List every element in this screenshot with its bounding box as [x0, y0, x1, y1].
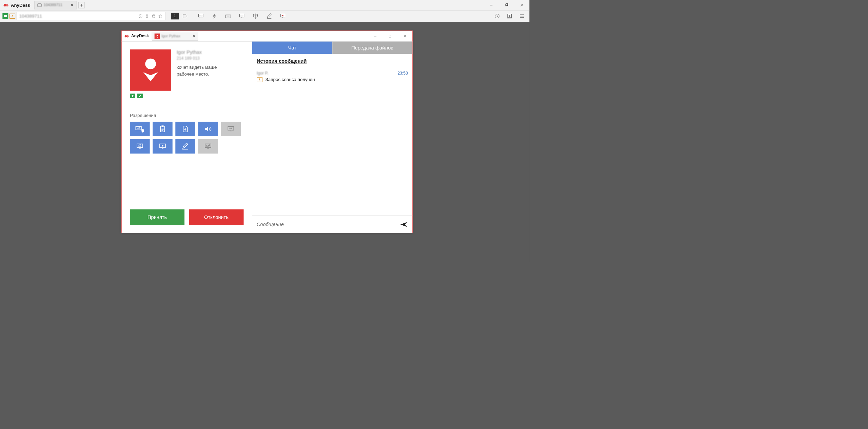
- request-text-line1: хочет видеть Ваше: [177, 64, 244, 70]
- svg-rect-28: [161, 125, 163, 127]
- svg-rect-2: [4, 15, 7, 17]
- svg-point-15: [282, 15, 283, 16]
- perm-privacy[interactable]: [198, 139, 218, 154]
- send-button[interactable]: [400, 220, 408, 228]
- dialog-minimize-button[interactable]: [368, 31, 383, 42]
- display-icon[interactable]: [239, 13, 245, 19]
- session-tab[interactable]: 104389711 ✕: [34, 1, 77, 9]
- database-icon[interactable]: [151, 14, 156, 19]
- app-name: AnyDesk: [11, 2, 30, 8]
- record-icon[interactable]: [280, 13, 286, 19]
- anydesk-logo-icon: [124, 33, 130, 39]
- svg-point-10: [228, 16, 229, 16]
- dialog-maximize-button[interactable]: [383, 31, 398, 42]
- window-controls: [484, 0, 529, 10]
- star-icon[interactable]: [158, 14, 163, 19]
- history-icon[interactable]: [494, 13, 500, 19]
- svg-point-22: [137, 127, 137, 128]
- main-window: AnyDesk 104389711 ✕ 104389711: [0, 0, 530, 262]
- svg-point-20: [145, 59, 156, 69]
- perm-vpn[interactable]: [221, 122, 241, 136]
- chat-history-title: История сообщений: [257, 58, 408, 64]
- svg-point-9: [227, 16, 228, 16]
- permissions-grid: [130, 122, 244, 154]
- dialog-titlebar: AnyDesk Igor Pythax ✕: [122, 31, 413, 42]
- svg-point-24: [139, 127, 140, 128]
- session-counter[interactable]: 1: [171, 13, 179, 20]
- connection-request-dialog: AnyDesk Igor Pythax ✕: [121, 30, 413, 233]
- connection-verified-icon: [137, 94, 143, 98]
- close-tab-icon[interactable]: ✕: [71, 3, 74, 7]
- svg-rect-30: [137, 144, 143, 148]
- request-text-line2: рабочее место.: [177, 70, 244, 77]
- decline-button[interactable]: Отклонить: [189, 209, 244, 225]
- titlebar: AnyDesk 104389711 ✕: [0, 0, 530, 11]
- address-text: 104389711: [19, 14, 42, 19]
- chat-message-text: Запрос сеанса получен: [265, 77, 315, 82]
- svg-point-33: [162, 145, 163, 147]
- svg-rect-25: [137, 128, 140, 129]
- perm-record[interactable]: [153, 139, 173, 154]
- minimize-button[interactable]: [484, 0, 499, 10]
- download-icon[interactable]: [506, 13, 512, 19]
- pen-icon[interactable]: [266, 13, 272, 19]
- session-badge-icon: [9, 14, 15, 19]
- chat-icon[interactable]: [198, 13, 204, 19]
- chat-panel: Чат Передача файлов История сообщений Ig…: [252, 42, 412, 233]
- session-request-icon: [257, 77, 262, 82]
- svg-rect-6: [199, 14, 203, 17]
- dialog-logo: AnyDesk: [124, 33, 149, 39]
- permissions-title: Разрешения: [130, 113, 244, 118]
- svg-point-26: [141, 129, 144, 132]
- svg-point-18: [157, 35, 158, 36]
- chat-message: Igor P. 23:58 Запрос сеанса получен: [257, 71, 408, 82]
- requester-name: Igor Pythax: [177, 49, 244, 55]
- monitor-icon: [38, 3, 42, 7]
- hourglass-icon[interactable]: [144, 14, 150, 19]
- perm-audio[interactable]: [198, 122, 218, 136]
- dialog-app-name: AnyDesk: [131, 34, 149, 38]
- perm-whiteboard[interactable]: [175, 139, 195, 154]
- requester-avatar: [130, 49, 171, 91]
- tab-file-transfer[interactable]: Передача файлов: [332, 42, 412, 54]
- chat-input[interactable]: [257, 222, 400, 227]
- request-panel: Igor Pythax 214 189 013 хочет видеть Ваш…: [122, 42, 252, 233]
- perm-keyboard-mouse[interactable]: [130, 122, 150, 136]
- svg-rect-7: [225, 15, 231, 18]
- app-logo: AnyDesk: [2, 2, 30, 8]
- perm-lock[interactable]: [130, 139, 150, 154]
- dialog-close-button[interactable]: [397, 31, 412, 42]
- exit-icon[interactable]: [182, 13, 188, 19]
- svg-point-23: [138, 127, 139, 128]
- svg-rect-12: [227, 17, 230, 17]
- session-tab-label: 104389711: [44, 3, 62, 7]
- chat-time: 23:58: [397, 71, 408, 76]
- close-button[interactable]: [514, 0, 529, 10]
- svg-rect-31: [139, 145, 141, 147]
- dialog-tab[interactable]: Igor Pythax ✕: [152, 32, 198, 41]
- perm-clipboard[interactable]: [153, 122, 173, 136]
- keyboard-icon[interactable]: [225, 13, 231, 19]
- requester-id: 214 189 013: [177, 56, 244, 61]
- address-bar[interactable]: 104389711: [17, 12, 165, 20]
- dialog-tab-close-icon[interactable]: ✕: [192, 34, 195, 38]
- perm-file-transfer[interactable]: [175, 122, 195, 136]
- user-icon: [154, 34, 160, 39]
- chat-sender: Igor P.: [257, 71, 268, 76]
- new-tab-button[interactable]: [78, 2, 84, 8]
- svg-rect-19: [389, 35, 391, 37]
- toolbar: 104389711 1: [0, 11, 530, 22]
- svg-point-4: [153, 15, 155, 16]
- menu-icon[interactable]: [519, 13, 525, 19]
- accept-button[interactable]: Принять: [130, 209, 184, 225]
- maximize-button[interactable]: [499, 0, 514, 10]
- dialog-tab-label: Igor Pythax: [161, 34, 180, 38]
- disconnect-icon[interactable]: [138, 14, 143, 19]
- svg-rect-27: [160, 126, 164, 132]
- svg-point-8: [226, 16, 226, 16]
- security-badge-icon: [2, 13, 8, 19]
- chat-input-row: [252, 216, 413, 233]
- bolt-icon[interactable]: [211, 13, 217, 19]
- tab-chat[interactable]: Чат: [252, 42, 332, 54]
- shield-icon[interactable]: [252, 13, 258, 19]
